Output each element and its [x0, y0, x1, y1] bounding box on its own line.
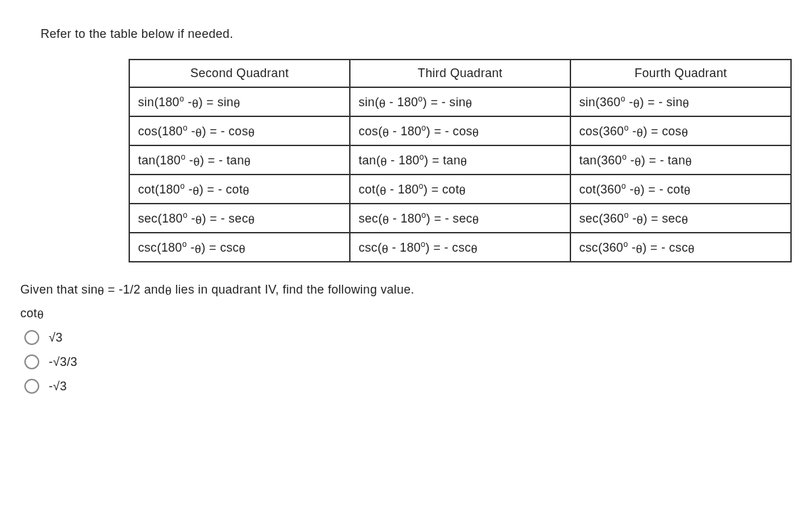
cell: cot(θ - 180o) = cotθ — [350, 175, 570, 204]
table-body: sin(180o -θ) = sinθ sin(θ - 180o) = - si… — [129, 87, 791, 262]
col-header: Third Quadrant — [350, 60, 570, 87]
option-2[interactable]: -√3/3 — [24, 354, 785, 369]
cell: cos(θ - 180o) = - cosθ — [350, 116, 570, 145]
cell: tan(θ - 180o) = tanθ — [350, 145, 570, 175]
cell: tan(360o -θ) = - tanθ — [570, 145, 791, 175]
cell: csc(180o -θ) = cscθ — [129, 233, 350, 262]
cell: sec(360o -θ) = secθ — [570, 204, 791, 233]
radio-icon[interactable] — [24, 330, 39, 345]
cell: cot(360o -θ) = - cotθ — [570, 175, 791, 204]
table-row: cos(180o -θ) = - cosθ cos(θ - 180o) = - … — [129, 116, 791, 145]
table-row: sin(180o -θ) = sinθ sin(θ - 180o) = - si… — [129, 87, 791, 116]
table-row: csc(180o -θ) = cscθ csc(θ - 180o) = - cs… — [129, 233, 791, 262]
cell: sin(θ - 180o) = - sinθ — [350, 87, 570, 116]
cell: sin(180o -θ) = sinθ — [129, 87, 350, 116]
options-group: √3 -√3/3 -√3 — [24, 330, 785, 394]
cell: sin(360o -θ) = - sinθ — [570, 87, 791, 116]
cell: cos(180o -θ) = - cosθ — [129, 116, 350, 145]
cell: csc(θ - 180o) = - cscθ — [350, 233, 570, 262]
cell: csc(360o -θ) = - cscθ — [570, 233, 791, 262]
question-prompt: Given that sinθ = -1/2 andθ lies in quad… — [20, 283, 785, 297]
table-header-row: Second Quadrant Third Quadrant Fourth Qu… — [129, 60, 791, 87]
cell: tan(180o -θ) = - tanθ — [129, 145, 350, 175]
cell: sec(θ - 180o) = - secθ — [350, 204, 570, 233]
option-label: -√3 — [49, 379, 67, 394]
col-header: Second Quadrant — [129, 60, 350, 87]
table-row: sec(180o -θ) = - secθ sec(θ - 180o) = - … — [129, 204, 791, 233]
option-label: √3 — [49, 331, 63, 345]
cell: cos(360o -θ) = cosθ — [570, 116, 791, 145]
table-row: cot(180o -θ) = - cotθ cot(θ - 180o) = co… — [129, 175, 791, 204]
cell: sec(180o -θ) = - secθ — [129, 204, 350, 233]
option-1[interactable]: √3 — [24, 330, 785, 345]
option-3[interactable]: -√3 — [24, 379, 785, 394]
quadrant-table: Second Quadrant Third Quadrant Fourth Qu… — [129, 59, 792, 262]
option-label: -√3/3 — [49, 355, 77, 369]
radio-icon[interactable] — [24, 379, 39, 394]
cell: cot(180o -θ) = - cotθ — [129, 175, 350, 204]
question-ask: cotθ — [20, 306, 785, 321]
table-row: tan(180o -θ) = - tanθ tan(θ - 180o) = ta… — [129, 145, 791, 175]
radio-icon[interactable] — [24, 354, 39, 369]
col-header: Fourth Quadrant — [570, 60, 791, 87]
instruction-text: Refer to the table below if needed. — [41, 27, 785, 41]
